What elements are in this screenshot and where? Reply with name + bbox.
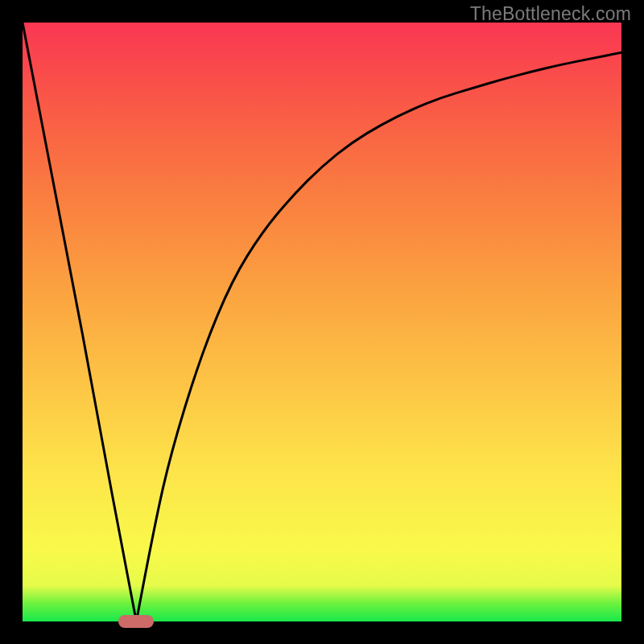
- bottleneck-curve: [23, 23, 621, 621]
- chart-frame: TheBottleneck.com: [0, 0, 644, 644]
- watermark-text: TheBottleneck.com: [470, 3, 631, 25]
- vertex-marker: [118, 615, 154, 628]
- curve-right-branch: [136, 52, 621, 621]
- curve-left-branch: [23, 23, 136, 621]
